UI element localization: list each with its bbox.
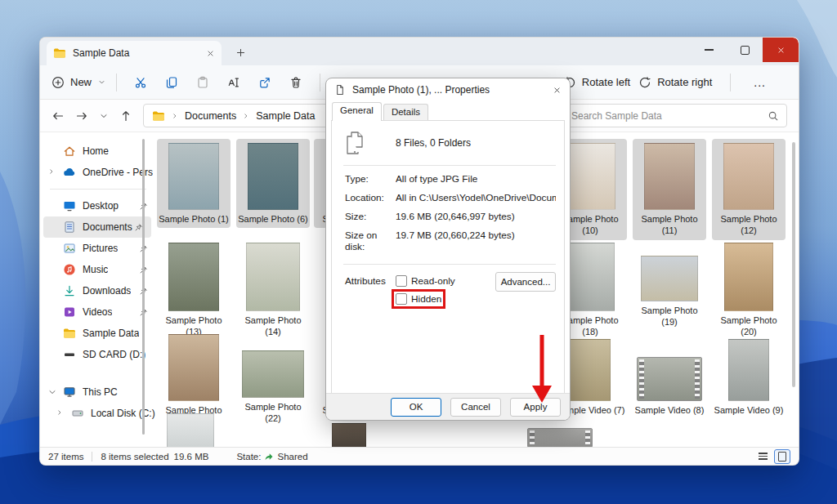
sidebar-item-sample-data[interactable]: Sample Data (40, 323, 156, 344)
sidebar-item-sd-card-d-[interactable]: SD CARD (D:) (40, 344, 156, 365)
photo-thumbnail (641, 256, 698, 301)
back-arrow-icon[interactable] (51, 109, 65, 123)
chevron-right-icon[interactable] (56, 408, 64, 417)
file-tile[interactable]: Sample Photo (19) (633, 252, 706, 332)
list-view-icon[interactable] (757, 451, 769, 462)
cut-icon (134, 76, 147, 89)
share-icon (258, 76, 271, 89)
sidebar-item-label: SD CARD (D:) (83, 349, 145, 360)
sidebar-item-label: Sample Data (83, 328, 139, 339)
status-bar: 27 items 8 items selected 19.6 MB State:… (40, 447, 799, 465)
file-tile[interactable]: Sample Photo (1) (157, 139, 231, 228)
file-tile[interactable]: Sample Photo (14) (236, 239, 310, 341)
sidebar-item-home[interactable]: Home (40, 140, 156, 162)
file-tile[interactable]: Sample Photo (22) (236, 346, 310, 428)
file-label: Sample Photo (12) (712, 213, 786, 237)
toolbar-divider (116, 74, 117, 91)
minimize-button[interactable] (691, 38, 727, 62)
file-tile[interactable]: Sample Video (9) (712, 335, 786, 419)
file-tile[interactable]: Sample Photo (13) (157, 239, 231, 341)
new-tab-button[interactable] (230, 42, 251, 63)
delete-button[interactable] (282, 70, 310, 95)
sidebar-item-onedrive-pers[interactable]: OneDrive - Pers (40, 162, 156, 183)
property-row-location: Location: All in C:\Users\Yodel\OneDrive… (332, 185, 564, 203)
summary-row: 8 Files, 0 Folders (332, 121, 564, 157)
file-tile[interactable]: Sample Photo (12) (712, 139, 786, 240)
copy-icon (165, 76, 178, 89)
sidebar-item-documents[interactable]: Documents (43, 216, 151, 238)
shared-icon (264, 452, 274, 462)
share-state: State: Shared (236, 452, 307, 462)
files-stack-icon (345, 131, 396, 155)
search-input[interactable]: Search Sample Data (563, 104, 787, 127)
advanced-button[interactable]: Advanced... (495, 272, 556, 292)
tab-title: Sample Data (73, 47, 129, 59)
attributes-label: Attributes (345, 275, 396, 305)
ok-button[interactable]: OK (391, 398, 441, 417)
new-button[interactable]: New (51, 76, 106, 89)
sidebar-item-label: Desktop (83, 200, 119, 212)
thumbnail-view-icon[interactable] (774, 449, 790, 464)
tab-sample-data[interactable]: Sample Data (47, 41, 222, 65)
maximize-button[interactable] (727, 38, 763, 62)
sidebar-item-local-disk-c-[interactable]: Local Disk (C:) (40, 403, 156, 424)
forward-arrow-icon[interactable] (75, 109, 88, 123)
sidebar-item-label: Music (83, 264, 108, 275)
desktop: Sample Data New (0, 0, 837, 504)
sidebar-item-desktop[interactable]: Desktop (40, 195, 156, 216)
sidebar-item-downloads[interactable]: Downloads (40, 280, 156, 301)
rotate-left-button[interactable]: Rotate left (563, 76, 630, 89)
tab-general[interactable]: General (332, 102, 382, 121)
chevron-down-icon[interactable] (47, 387, 57, 397)
disk-icon (71, 407, 84, 420)
cancel-button[interactable]: Cancel (450, 398, 501, 417)
sidebar-item-music[interactable]: Music (40, 259, 156, 280)
tab-close-icon[interactable] (206, 49, 215, 58)
partial-thumbnail[interactable] (527, 428, 593, 448)
sidebar-scrollbar[interactable] (142, 139, 145, 435)
rotate-right-button[interactable]: Rotate right (638, 76, 712, 89)
share-button[interactable] (251, 70, 279, 95)
search-placeholder: Search Sample Data (571, 110, 768, 122)
sd-card-icon (63, 348, 76, 361)
readonly-label: Read-only (411, 275, 455, 287)
state-value: Shared (277, 452, 307, 462)
selection-size: 19.6 MB (174, 452, 209, 462)
sidebar-item-videos[interactable]: Videos (40, 301, 156, 323)
breadcrumb-item-documents[interactable]: Documents (185, 110, 236, 122)
monitor-icon (63, 386, 76, 399)
up-arrow-icon[interactable] (119, 109, 132, 123)
file-tile[interactable]: Sample Video (8) (633, 353, 706, 419)
sidebar-item-label: Pictures (83, 243, 118, 254)
partial-thumbnail[interactable] (332, 423, 366, 448)
checkbox-icon[interactable] (396, 293, 407, 305)
toolbar-right: Rotate left Rotate right ... (563, 65, 771, 99)
more-options-button[interactable]: ... (749, 76, 771, 89)
dialog-close-icon[interactable] (553, 86, 562, 95)
chevron-down-icon[interactable] (99, 111, 109, 121)
rename-button[interactable] (220, 70, 248, 95)
tab-details[interactable]: Details (383, 104, 428, 120)
paste-button[interactable] (189, 70, 217, 95)
content-scrollbar[interactable] (792, 142, 795, 387)
sidebar-item-pictures[interactable]: Pictures (40, 238, 156, 259)
file-tile[interactable]: Sample Photo (11) (633, 139, 706, 240)
file-tile[interactable]: Sample Photo (6) (236, 139, 310, 228)
copy-button[interactable] (158, 70, 186, 95)
readonly-checkbox[interactable]: Read-only (396, 275, 455, 287)
photo-thumbnail (723, 143, 774, 210)
breadcrumb-item-sample-data[interactable]: Sample Data (256, 110, 315, 122)
checkbox-icon[interactable] (396, 275, 407, 287)
hidden-checkbox[interactable]: Hidden (396, 293, 441, 305)
close-button[interactable] (763, 38, 799, 62)
paste-icon (196, 76, 209, 89)
close-icon (777, 46, 786, 55)
cut-button[interactable] (127, 70, 154, 95)
navigation-buttons (51, 109, 132, 123)
file-tile[interactable]: Sample Photo (20) (712, 239, 786, 341)
partial-thumbnail[interactable] (167, 413, 214, 448)
folder-icon (63, 328, 76, 339)
annotation-arrow (528, 335, 556, 405)
sidebar-item-this-pc[interactable]: This PC (40, 381, 156, 403)
chevron-right-icon[interactable] (47, 167, 56, 176)
